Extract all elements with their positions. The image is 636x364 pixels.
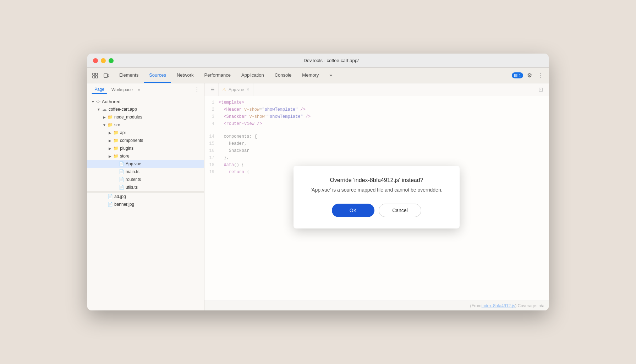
maximize-button[interactable] bbox=[109, 58, 114, 63]
src-arrow: ▼ bbox=[102, 122, 107, 128]
tree-item-banner-jpg[interactable]: ▶ 📄 banner.jpg bbox=[87, 200, 204, 208]
close-button[interactable] bbox=[93, 58, 98, 63]
tree-item-ad-jpg[interactable]: ▶ 📄 ad.jpg bbox=[87, 193, 204, 200]
main-ts-file-icon: 📄 bbox=[119, 169, 124, 175]
tab-elements[interactable]: Elements bbox=[114, 68, 143, 83]
tree-item-router-ts[interactable]: ▶ 📄 router.ts bbox=[87, 176, 204, 183]
devtools-window: DevTools - coffee-cart.app/ El bbox=[87, 54, 549, 310]
minimize-button[interactable] bbox=[101, 58, 106, 63]
sidebar-tab-more[interactable]: » bbox=[138, 87, 140, 92]
authored-section[interactable]: ▼ <> Authored bbox=[87, 98, 204, 105]
components-arrow: ▶ bbox=[107, 138, 113, 143]
tree-item-plugins[interactable]: ▶ 📁 plugins bbox=[87, 144, 204, 152]
tree-item-api[interactable]: ▶ 📁 api bbox=[87, 129, 204, 137]
node-modules-arrow: ▶ bbox=[102, 114, 107, 120]
dialog: Override 'index-8bfa4912.js' instead? 'A… bbox=[294, 166, 459, 228]
plugins-arrow: ▶ bbox=[107, 145, 113, 151]
editor-area: ☰ ⚠ App.vue ✕ ⊡ 1 <template> 2 bbox=[204, 83, 549, 310]
toolbar-right: ▤ 1 ⚙ ⋮ bbox=[512, 68, 546, 83]
inspect-icon[interactable] bbox=[90, 71, 100, 81]
api-folder-icon: 📁 bbox=[113, 130, 119, 136]
svg-rect-1 bbox=[95, 73, 98, 75]
dialog-title: Override 'index-8bfa4912.js' instead? bbox=[311, 177, 442, 183]
settings-icon[interactable]: ⚙ bbox=[525, 71, 534, 81]
dialog-ok-button[interactable]: OK bbox=[332, 204, 374, 217]
dialog-buttons: OK Cancel bbox=[311, 204, 442, 217]
code-brackets-icon: <> bbox=[96, 99, 100, 104]
root-arrow: ▼ bbox=[96, 106, 102, 112]
tree-item-app-vue[interactable]: ▶ 📄 App.vue bbox=[87, 160, 204, 168]
title-bar: DevTools - coffee-cart.app/ bbox=[87, 54, 549, 68]
utils-ts-file-icon: 📄 bbox=[119, 184, 124, 190]
main-content: Page Workspace » ⋮ ▼ <> Authored ▼ bbox=[87, 83, 549, 310]
svg-rect-5 bbox=[108, 75, 109, 76]
console-badge[interactable]: ▤ 1 bbox=[512, 72, 523, 78]
sidebar-tabs: Page Workspace » ⋮ bbox=[87, 83, 204, 96]
file-tree: ▼ <> Authored ▼ ☁ coffee-cart.app ▶ 📁 no… bbox=[87, 96, 204, 210]
banner-jpg-file-icon: 📄 bbox=[107, 202, 113, 207]
window-title: DevTools - coffee-cart.app/ bbox=[119, 58, 543, 63]
tab-console[interactable]: Console bbox=[270, 68, 297, 83]
toolbar-icons bbox=[90, 68, 111, 83]
tree-item-main-ts[interactable]: ▶ 📄 main.ts bbox=[87, 168, 204, 176]
ad-jpg-file-icon: 📄 bbox=[107, 194, 113, 199]
plugins-folder-icon: 📁 bbox=[113, 145, 119, 151]
cloud-icon: ☁ bbox=[102, 106, 107, 112]
tab-memory[interactable]: Memory bbox=[297, 68, 324, 83]
svg-rect-2 bbox=[93, 76, 95, 78]
tab-network[interactable]: Network bbox=[172, 68, 199, 83]
tree-item-src[interactable]: ▼ 📁 src bbox=[87, 121, 204, 129]
svg-rect-3 bbox=[95, 76, 98, 78]
store-folder-icon: 📁 bbox=[113, 153, 119, 159]
folder-icon: 📁 bbox=[107, 114, 113, 120]
dialog-cancel-button[interactable]: Cancel bbox=[379, 204, 421, 217]
dialog-overlay: Override 'index-8bfa4912.js' instead? 'A… bbox=[204, 83, 549, 310]
tree-item-store[interactable]: ▶ 📁 store bbox=[87, 152, 204, 160]
tab-more[interactable]: » bbox=[324, 68, 337, 83]
traffic-lights bbox=[93, 58, 114, 63]
tree-item-root[interactable]: ▼ ☁ coffee-cart.app bbox=[87, 105, 204, 113]
tree-item-node_modules[interactable]: ▶ 📁 node_modules bbox=[87, 113, 204, 121]
components-folder-icon: 📁 bbox=[113, 138, 119, 143]
svg-rect-0 bbox=[93, 73, 95, 75]
app-vue-file-icon: 📄 bbox=[119, 161, 124, 167]
dialog-message: 'App.vue' is a source mapped file and ca… bbox=[311, 186, 442, 194]
router-ts-file-icon: 📄 bbox=[119, 177, 124, 182]
toolbar: Elements Sources Network Performance App… bbox=[87, 68, 549, 83]
device-icon[interactable] bbox=[102, 71, 111, 81]
src-folder-icon: 📁 bbox=[107, 122, 113, 128]
sidebar-tab-workspace[interactable]: Workspace bbox=[109, 86, 136, 94]
tab-sources[interactable]: Sources bbox=[144, 68, 171, 83]
tab-performance[interactable]: Performance bbox=[199, 68, 236, 83]
tree-item-utils-ts[interactable]: ▶ 📄 utils.ts bbox=[87, 183, 204, 191]
api-arrow: ▶ bbox=[107, 130, 113, 136]
more-menu-icon[interactable]: ⋮ bbox=[536, 71, 546, 81]
sidebar-menu-icon[interactable]: ⋮ bbox=[194, 86, 200, 93]
sidebar-tab-page[interactable]: Page bbox=[92, 86, 107, 94]
authored-arrow: ▼ bbox=[90, 99, 96, 104]
sidebar: Page Workspace » ⋮ ▼ <> Authored ▼ bbox=[87, 83, 204, 310]
svg-rect-4 bbox=[104, 74, 108, 77]
nav-tabs: Elements Sources Network Performance App… bbox=[114, 68, 337, 83]
store-arrow: ▶ bbox=[107, 153, 113, 159]
console-icon: ▤ bbox=[514, 73, 517, 78]
tab-application[interactable]: Application bbox=[236, 68, 269, 83]
tree-item-components[interactable]: ▶ 📁 components bbox=[87, 137, 204, 144]
